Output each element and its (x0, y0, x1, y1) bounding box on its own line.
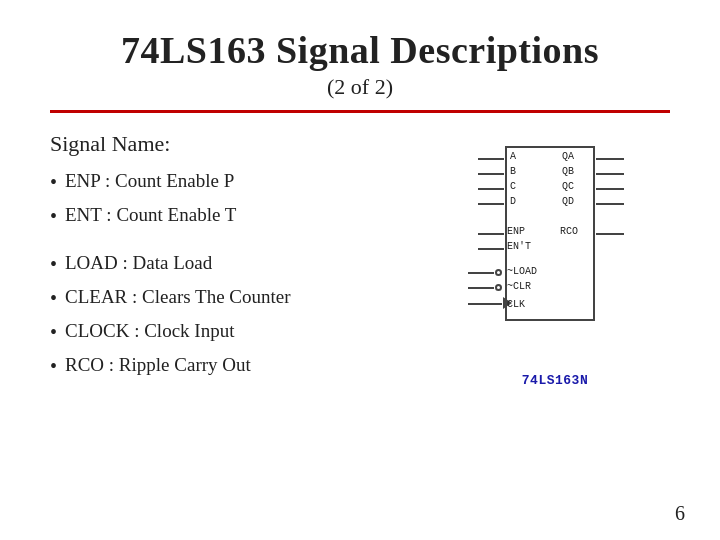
list-item-load: • LOAD : Data Load (50, 247, 430, 281)
list-item-ent: • ENT : Count Enable T (50, 199, 430, 233)
list-item-ent-text: ENT : Count Enable T (65, 199, 236, 231)
line-B (478, 173, 504, 175)
divider (50, 110, 670, 113)
bullet-icon: • (50, 315, 57, 349)
bubble-clr (495, 284, 502, 291)
bullet-icon: • (50, 199, 57, 233)
pin-label-QB: QB (562, 166, 574, 177)
bullet-icon: • (50, 349, 57, 383)
bullet-icon: • (50, 281, 57, 315)
line-ENP (478, 233, 504, 235)
spacer-row (50, 233, 430, 247)
left-column: Signal Name: • ENP : Count Enable P • EN… (50, 131, 430, 383)
list-item-clear-text: CLEAR : Clears The Counter (65, 281, 291, 313)
line-CLR (468, 287, 494, 289)
pin-label-C: C (510, 181, 516, 192)
pin-label-B: B (510, 166, 516, 177)
bullet-icon: • (50, 165, 57, 199)
line-QA (596, 158, 624, 160)
pin-label-CLK: CLK (507, 299, 525, 310)
line-LOAD (468, 272, 494, 274)
pin-label-A: A (510, 151, 516, 162)
list-item-load-text: LOAD : Data Load (65, 247, 212, 279)
right-column: A B C D ENP EN'T ~LOAD ~CLR CLK QA QB QC… (440, 131, 670, 383)
line-QD (596, 203, 624, 205)
page: 74LS163 Signal Descriptions (2 of 2) Sig… (0, 0, 720, 540)
list-item-enp: • ENP : Count Enable P (50, 165, 430, 199)
page-subtitle: (2 of 2) (50, 74, 670, 100)
pin-label-QD: QD (562, 196, 574, 207)
list-item-rco: • RCO : Ripple Carry Out (50, 349, 430, 383)
list-item-clock-text: CLOCK : Clock Input (65, 315, 234, 347)
pin-label-D: D (510, 196, 516, 207)
list-item-clear: • CLEAR : Clears The Counter (50, 281, 430, 315)
pin-label-QA: QA (562, 151, 574, 162)
line-CLK (468, 303, 502, 305)
pin-label-ENP: ENP (507, 226, 525, 237)
line-C (478, 188, 504, 190)
list-item-rco-text: RCO : Ripple Carry Out (65, 349, 251, 381)
pin-label-CLR: ~CLR (507, 281, 531, 292)
line-D (478, 203, 504, 205)
pin-label-LOAD: ~LOAD (507, 266, 537, 277)
list-item-clock: • CLOCK : Clock Input (50, 315, 430, 349)
page-title: 74LS163 Signal Descriptions (50, 30, 670, 72)
line-RCO (596, 233, 624, 235)
bubble-load (495, 269, 502, 276)
list-item-enp-text: ENP : Count Enable P (65, 165, 234, 197)
line-QB (596, 173, 624, 175)
pin-label-QC: QC (562, 181, 574, 192)
signal-name-heading: Signal Name: (50, 131, 430, 157)
pin-label-RCO: RCO (560, 226, 578, 237)
content-area: Signal Name: • ENP : Count Enable P • EN… (50, 131, 670, 383)
signal-list: • ENP : Count Enable P • ENT : Count Ena… (50, 165, 430, 383)
page-number: 6 (675, 502, 685, 525)
line-QC (596, 188, 624, 190)
pin-label-ENT: EN'T (507, 241, 531, 252)
ic-diagram: A B C D ENP EN'T ~LOAD ~CLR CLK QA QB QC… (450, 136, 660, 366)
line-A (478, 158, 504, 160)
line-ENT (478, 248, 504, 250)
ic-chip-label: 74LS163N (522, 373, 588, 388)
bullet-icon: • (50, 247, 57, 281)
